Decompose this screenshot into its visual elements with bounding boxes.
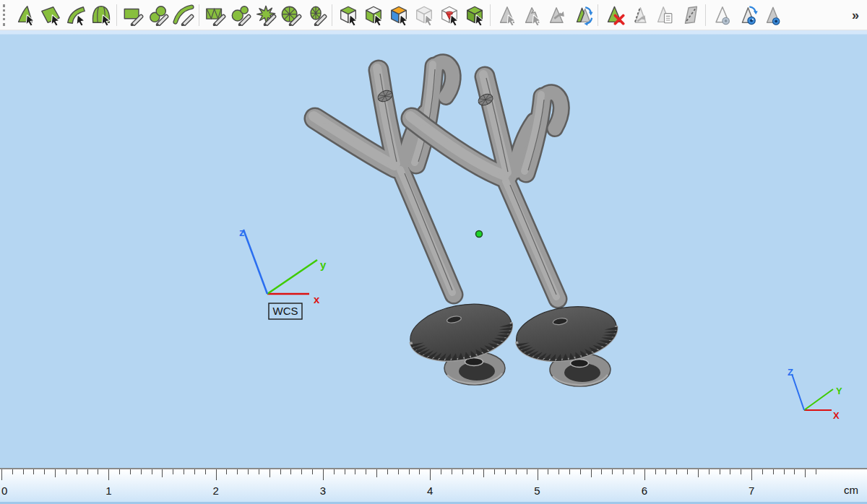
nav-y-label: Y — [836, 386, 842, 396]
model-serrated-disc-left[interactable] — [405, 296, 517, 385]
toolbar-drag-handle[interactable] — [3, 4, 9, 26]
application-window: » — [0, 0, 867, 504]
select-shell-icon — [90, 4, 112, 26]
nav-x-label: X — [833, 410, 840, 421]
group-mark-pen-tools — [120, 2, 196, 28]
btn-triangle-duplicate[interactable] — [652, 2, 677, 28]
origin-point-marker — [476, 231, 483, 238]
view-cube-sides-icon — [363, 4, 384, 26]
mark-spheres-icon — [230, 4, 251, 26]
triangle-plain-icon — [496, 4, 517, 26]
mark-rectangle-icon — [122, 4, 144, 26]
btn-triangle-show-refresh-eye[interactable] — [734, 2, 759, 28]
triangle-cut-icon — [679, 4, 701, 26]
triangle-dashed-icon — [629, 4, 650, 26]
view-cube-solid-icon — [464, 4, 486, 26]
triangle-duplicate-icon — [654, 4, 676, 26]
group-triangle-select-tools — [493, 2, 595, 28]
group-cube-view-tools — [335, 2, 487, 28]
model-serrated-disc-right[interactable] — [512, 300, 621, 386]
triangle-delete-icon — [603, 4, 625, 26]
group-mark-mesh-tools — [202, 2, 329, 28]
btn-mark-rectangle[interactable] — [120, 2, 145, 28]
btn-select-surface[interactable] — [38, 2, 63, 28]
model-branching-tube-left[interactable] — [314, 62, 454, 295]
mark-curve-icon — [173, 4, 194, 26]
triangle-swap-icon — [571, 4, 593, 26]
toolbar: » — [0, 0, 867, 30]
toolbar-separator — [332, 4, 332, 26]
view-cube-top-icon — [337, 4, 359, 26]
btn-mark-mesh-rectangle[interactable] — [202, 2, 228, 28]
nav-z-axis — [792, 374, 804, 410]
mark-freeform-icon — [147, 4, 169, 26]
toolbar-separator — [116, 4, 117, 26]
btn-triangle-hidden-eye[interactable] — [709, 2, 734, 28]
btn-mark-star[interactable] — [253, 2, 278, 28]
triangle-hidden-eye-icon — [711, 4, 733, 26]
toolbar-separator — [490, 4, 491, 26]
wcs-x-label: x — [314, 293, 320, 305]
nav-y-axis — [804, 389, 833, 410]
viewport-3d[interactable]: x y z WCS X Y Z — [0, 30, 867, 468]
group-surface-select-tools — [12, 2, 113, 28]
select-triangle-icon — [14, 4, 36, 26]
nav-axis-indicator: X Y Z — [788, 367, 842, 421]
btn-triangle-swap[interactable] — [569, 2, 595, 28]
btn-view-cube-wireframe-cone[interactable] — [436, 2, 462, 28]
wcs-y-axis — [267, 260, 317, 294]
btn-triangle-visible-eye[interactable] — [759, 2, 785, 28]
btn-select-shell[interactable] — [88, 2, 113, 28]
mark-mesh-rectangle-icon — [204, 4, 226, 26]
btn-select-curved-surface[interactable] — [63, 2, 88, 28]
toolbar-separator — [705, 4, 706, 26]
select-curved-surface-icon — [65, 4, 87, 26]
btn-select-triangle[interactable] — [12, 2, 38, 28]
btn-mark-curve[interactable] — [171, 2, 196, 28]
btn-triangle-cut[interactable] — [677, 2, 702, 28]
wcs-y-label: y — [320, 258, 327, 271]
scene-canvas: x y z WCS X Y Z — [0, 30, 867, 468]
btn-view-cube-faded[interactable] — [411, 2, 436, 28]
view-cube-multicolor-icon — [388, 4, 410, 26]
toolbar-separator — [598, 4, 598, 26]
toolbar-overflow-button[interactable]: » — [845, 1, 866, 30]
btn-view-cube-top[interactable] — [335, 2, 361, 28]
ruler-unit-label: cm — [844, 484, 858, 496]
ruler: cm 01234567 — [0, 468, 867, 502]
nav-z-label: Z — [788, 367, 793, 378]
triangle-show-refresh-eye-icon — [736, 4, 758, 26]
mark-narrow-disc-icon — [306, 4, 327, 26]
toolbar-separator — [199, 4, 199, 26]
btn-mark-disc[interactable] — [278, 2, 303, 28]
btn-view-cube-sides[interactable] — [361, 2, 386, 28]
triangle-notched-icon — [521, 4, 543, 26]
select-surface-icon — [40, 4, 61, 26]
btn-mark-freeform[interactable] — [145, 2, 171, 28]
mark-star-icon — [255, 4, 277, 26]
wcs-label: WCS — [273, 305, 298, 317]
btn-mark-spheres[interactable] — [228, 2, 253, 28]
view-cube-wireframe-cone-icon — [439, 4, 460, 26]
btn-triangle-dashed[interactable] — [626, 2, 652, 28]
btn-view-cube-multicolor[interactable] — [386, 2, 411, 28]
btn-mark-narrow-disc[interactable] — [303, 2, 329, 28]
triangle-visible-eye-icon — [762, 4, 783, 26]
triangle-move-icon — [546, 4, 568, 26]
btn-triangle-plain[interactable] — [493, 2, 519, 28]
mark-disc-icon — [280, 4, 302, 26]
group-triangle-visibility-tools — [709, 2, 785, 28]
wcs-z-label: z — [239, 226, 245, 238]
wcs-axis-indicator: x y z WCS — [239, 226, 327, 319]
group-triangle-edit-tools — [601, 2, 702, 28]
btn-triangle-delete[interactable] — [601, 2, 626, 28]
btn-view-cube-solid[interactable] — [462, 2, 487, 28]
btn-triangle-notched[interactable] — [519, 2, 544, 28]
btn-triangle-move[interactable] — [544, 2, 569, 28]
wcs-z-axis — [243, 230, 267, 294]
view-cube-faded-icon — [413, 4, 435, 26]
